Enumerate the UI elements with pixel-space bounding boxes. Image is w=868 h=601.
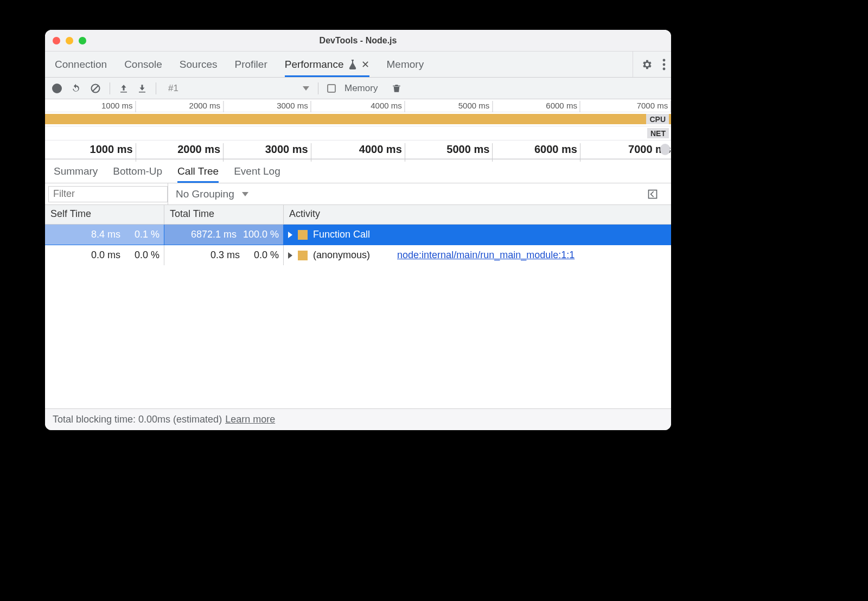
activity-swatch [298, 230, 308, 240]
filter-input[interactable] [48, 186, 168, 202]
call-tree-body[interactable]: 8.4 ms 0.1 % 6872.1 ms 100.0 % Function … [45, 225, 671, 408]
subtab-bottom-up[interactable]: Bottom-Up [113, 159, 162, 183]
tick: 3000 ms [277, 101, 308, 110]
scrollbar-thumb[interactable] [660, 144, 670, 155]
source-link[interactable]: node:internal/main/run_main_module:1:1 [397, 250, 575, 261]
collect-garbage-button[interactable] [392, 83, 401, 94]
filter-bar: No Grouping [45, 183, 671, 205]
memory-checkbox[interactable] [327, 84, 336, 93]
activity-name: (anonymous) [313, 250, 370, 261]
tick: 1000 ms [101, 101, 133, 110]
blocking-time-text: Total blocking time: 0.00ms (estimated) [53, 414, 222, 425]
panel-tabs: Connection Console Sources Profiler Perf… [45, 52, 671, 78]
tab-console[interactable]: Console [124, 52, 162, 77]
col-total-time[interactable]: Total Time [164, 205, 284, 224]
tick: 3000 ms [265, 143, 308, 156]
close-window-button[interactable] [53, 37, 60, 44]
separator [318, 82, 318, 94]
tab-performance[interactable]: Performance ✕ [285, 52, 369, 77]
grouping-select[interactable]: No Grouping [168, 183, 671, 205]
svg-point-0 [663, 59, 666, 61]
clear-button[interactable] [90, 83, 101, 94]
subtab-call-tree[interactable]: Call Tree [177, 159, 219, 183]
titlebar: DevTools - Node.js [45, 30, 671, 52]
net-track: NET [45, 126, 671, 140]
separator [156, 82, 156, 94]
col-activity[interactable]: Activity [284, 205, 671, 224]
record-button[interactable] [52, 84, 62, 93]
net-label: NET [647, 128, 669, 138]
total-pct: 0.0 % [246, 250, 279, 261]
svg-point-1 [663, 63, 666, 66]
table-header: Self Time Total Time Activity [45, 205, 671, 225]
tab-memory[interactable]: Memory [387, 52, 424, 77]
grouping-label: No Grouping [176, 188, 234, 200]
tick: 7000 ms [637, 101, 668, 110]
svg-rect-5 [649, 190, 657, 198]
tab-label: Console [124, 59, 162, 71]
tab-label: Profiler [235, 59, 267, 71]
tick: 5000 ms [458, 101, 490, 110]
zoom-window-button[interactable] [79, 37, 86, 44]
chevron-down-icon [303, 86, 309, 91]
tick: 2000 ms [189, 101, 221, 110]
total-time: 0.3 ms [190, 250, 240, 261]
expand-icon[interactable] [288, 252, 292, 259]
tick: 2000 ms [177, 143, 220, 156]
tab-label: Memory [387, 59, 424, 71]
col-self-time[interactable]: Self Time [45, 205, 164, 224]
subtab-summary[interactable]: Summary [54, 159, 98, 183]
table-row[interactable]: 0.0 ms 0.0 % 0.3 ms 0.0 % (anonymous) no… [45, 245, 671, 266]
reload-button[interactable] [71, 83, 81, 94]
subtab-event-log[interactable]: Event Log [234, 159, 280, 183]
timeline-overview[interactable]: 1000 ms 2000 ms 3000 ms 4000 ms 5000 ms … [45, 99, 671, 159]
memory-label: Memory [344, 83, 378, 94]
profile-name: #1 [168, 83, 178, 94]
tick: 6000 ms [534, 143, 577, 156]
more-menu-button[interactable] [662, 59, 666, 71]
timeline-axis-small[interactable]: 1000 ms 2000 ms 3000 ms 4000 ms 5000 ms … [45, 99, 671, 112]
cpu-label: CPU [646, 114, 669, 124]
timeline-axis-large[interactable]: 1000 ms 2000 ms 3000 ms 4000 ms 5000 ms … [45, 140, 671, 159]
learn-more-link[interactable]: Learn more [225, 414, 275, 425]
devtools-window: DevTools - Node.js Connection Console So… [45, 30, 671, 430]
tab-label: Connection [55, 59, 107, 71]
settings-button[interactable] [641, 59, 653, 71]
tick: 4000 ms [359, 143, 402, 156]
profile-selector[interactable]: #1 [168, 83, 309, 94]
detail-tabs: Summary Bottom-Up Call Tree Event Log [45, 159, 671, 183]
tab-label: Sources [180, 59, 218, 71]
tab-label: Performance [285, 59, 344, 71]
tick: 1000 ms [90, 143, 133, 156]
chevron-down-icon [242, 192, 248, 196]
svg-line-4 [93, 86, 98, 91]
expand-icon[interactable] [288, 232, 292, 238]
tab-profiler[interactable]: Profiler [235, 52, 267, 77]
self-time: 0.0 ms [71, 250, 120, 261]
table-row[interactable]: 8.4 ms 0.1 % 6872.1 ms 100.0 % Function … [45, 225, 671, 245]
tick: 6000 ms [546, 101, 577, 110]
load-profile-button[interactable] [119, 84, 129, 93]
status-bar: Total blocking time: 0.00ms (estimated) … [45, 408, 671, 430]
total-pct: 100.0 % [243, 229, 279, 240]
tab-sources[interactable]: Sources [180, 52, 218, 77]
cpu-track: CPU [45, 112, 671, 126]
tick: 4000 ms [371, 101, 402, 110]
minimize-window-button[interactable] [66, 37, 73, 44]
separator [110, 82, 110, 94]
tab-connection[interactable]: Connection [55, 52, 107, 77]
window-controls [53, 37, 86, 44]
self-pct: 0.1 % [127, 229, 159, 240]
self-pct: 0.0 % [127, 250, 159, 261]
flask-icon [348, 60, 357, 69]
heaviest-stack-toggle[interactable] [647, 189, 663, 200]
activity-name: Function Call [313, 229, 370, 240]
save-profile-button[interactable] [137, 84, 147, 93]
total-time: 6872.1 ms [187, 229, 237, 240]
self-time: 8.4 ms [71, 229, 120, 240]
window-title: DevTools - Node.js [45, 36, 671, 46]
tick: 5000 ms [446, 143, 489, 156]
svg-point-2 [663, 67, 666, 70]
activity-swatch [298, 251, 308, 260]
close-tab-button[interactable]: ✕ [361, 59, 369, 71]
